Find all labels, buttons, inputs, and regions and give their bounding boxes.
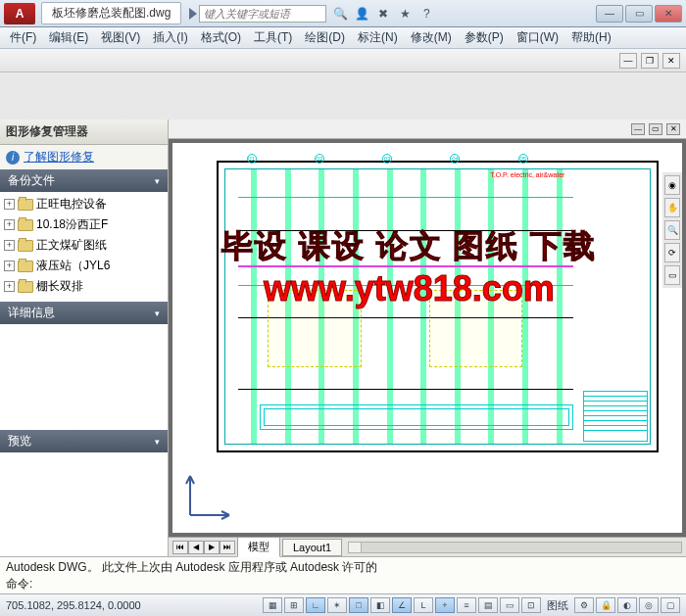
help-icon[interactable]: ? [418, 6, 434, 22]
clean-screen-button[interactable]: ▢ [661, 597, 680, 613]
title-block [583, 391, 648, 442]
osnap-toggle[interactable]: □ [349, 597, 368, 613]
backup-files-header[interactable]: 备份文件 ▾ [0, 169, 168, 192]
tab-next-button[interactable]: ▶ [204, 541, 220, 554]
otrack-toggle[interactable]: ∠ [392, 597, 412, 613]
polar-toggle[interactable]: ✶ [327, 597, 347, 613]
tab-scrollbar[interactable] [348, 542, 682, 553]
collapse-icon: ▾ [155, 437, 160, 447]
learn-recovery-link[interactable]: 了解图形修复 [24, 149, 94, 166]
expander-icon[interactable]: + [4, 199, 15, 210]
menu-window[interactable]: 窗口(W) [511, 27, 564, 48]
main-area: 图形修复管理器 i 了解图形修复 备份文件 ▾ +正旺电控设备 +10.18汾西… [0, 119, 686, 556]
expander-icon[interactable]: + [4, 261, 15, 271]
lwt-toggle[interactable]: ≡ [457, 597, 476, 613]
3dosnap-toggle[interactable]: ◧ [370, 597, 390, 613]
signin-icon[interactable]: 👤 [354, 6, 369, 22]
tab-prev-button[interactable]: ◀ [188, 541, 204, 554]
search-icon[interactable]: 🔍 [332, 6, 348, 22]
preview-body [0, 452, 168, 556]
doc-close-button[interactable]: ✕ [662, 53, 680, 69]
ribbon-spacer [0, 72, 686, 119]
isolate-button[interactable]: ◎ [639, 597, 659, 613]
menu-help[interactable]: 帮助(H) [565, 27, 617, 48]
menu-view[interactable]: 视图(V) [95, 27, 146, 48]
nav-wheel-button[interactable]: ◉ [664, 175, 680, 195]
menu-modify[interactable]: 修改(M) [405, 27, 458, 48]
menu-dimension[interactable]: 标注(N) [352, 27, 404, 48]
pan-button[interactable]: ✋ [664, 198, 680, 217]
tree-label: 正文煤矿图纸 [36, 237, 107, 254]
expander-icon[interactable]: + [4, 219, 15, 230]
tree-item[interactable]: +正文煤矿图纸 [0, 235, 168, 256]
info-icon: i [6, 151, 20, 165]
workspace-button[interactable]: ⚙ [574, 597, 594, 613]
menu-format[interactable]: 格式(O) [195, 27, 247, 48]
ortho-toggle[interactable]: ∟ [306, 597, 325, 613]
collapse-icon: ▾ [155, 176, 160, 186]
expander-icon[interactable]: + [4, 240, 15, 251]
snap-toggle[interactable]: ▦ [263, 597, 282, 613]
coordinates-readout[interactable]: 705.1082, 295.8124, 0.0000 [6, 599, 172, 611]
canvas-close-button[interactable]: ✕ [666, 123, 680, 135]
tree-label: 10.18汾西正F [36, 216, 108, 233]
tab-first-button[interactable]: ⏮ [172, 541, 188, 554]
favorite-icon[interactable]: ★ [397, 6, 413, 22]
dyn-toggle[interactable]: + [435, 597, 455, 613]
search-input[interactable] [199, 5, 326, 23]
menu-insert[interactable]: 插入(I) [147, 27, 193, 48]
zoom-button[interactable]: 🔍 [664, 220, 680, 240]
grid-toggle[interactable]: ⊞ [284, 597, 304, 613]
menu-draw[interactable]: 绘图(D) [299, 27, 351, 48]
maximize-button[interactable]: ▭ [625, 5, 653, 23]
model-paper-toggle[interactable]: 图纸 [543, 598, 572, 613]
lock-ui-button[interactable]: 🔒 [596, 597, 615, 613]
backup-files-label: 备份文件 [8, 172, 55, 189]
tree-label: 棚长双排 [36, 278, 83, 295]
panel-title: 图形修复管理器 [0, 119, 168, 145]
app-logo-icon[interactable]: A [4, 3, 35, 24]
close-button[interactable]: ✕ [655, 5, 682, 23]
expander-icon[interactable]: + [4, 281, 15, 292]
drawing-viewport[interactable]: 0102 0304 05 T.O.P. electric, air&wate [172, 143, 682, 533]
drawing-border: 0102 0304 05 T.O.P. electric, air&wate [217, 161, 659, 452]
minimize-button[interactable]: — [596, 5, 623, 23]
document-tab[interactable]: 板坯修磨总装配图.dwg [41, 2, 181, 24]
hardware-accel-button[interactable]: ◐ [617, 597, 637, 613]
tree-item[interactable]: +正旺电控设备 [0, 194, 168, 214]
folder-icon [18, 261, 33, 272]
tree-label: 正旺电控设备 [36, 196, 107, 213]
qp-toggle[interactable]: ▭ [500, 597, 519, 613]
canvas-min-button[interactable]: — [631, 123, 645, 135]
command-line[interactable]: Autodesk DWG。 此文件上次由 Autodesk 应用程序或 Auto… [0, 556, 686, 593]
doc-window-controls: — ❐ ✕ [0, 49, 686, 72]
sc-toggle[interactable]: ⊡ [521, 597, 541, 613]
menu-file[interactable]: 件(F) [4, 27, 42, 48]
details-label: 详细信息 [8, 305, 55, 321]
doc-minimize-button[interactable]: — [619, 53, 637, 69]
elevation-strip [260, 404, 573, 430]
search-arrow-icon [189, 8, 197, 20]
ucs-icon [180, 466, 239, 525]
tpy-toggle[interactable]: ▤ [478, 597, 498, 613]
tab-last-button[interactable]: ⏭ [220, 541, 235, 554]
tree-item[interactable]: +棚长双排 [0, 276, 168, 297]
tree-item[interactable]: +10.18汾西正F [0, 214, 168, 235]
menu-parametric[interactable]: 参数(P) [459, 27, 510, 48]
menu-tools[interactable]: 工具(T) [248, 27, 298, 48]
details-header[interactable]: 详细信息 ▾ [0, 302, 168, 324]
tab-layout1[interactable]: Layout1 [282, 539, 342, 556]
tree-item[interactable]: +液压站（JYL6 [0, 256, 168, 276]
canvas-window-controls: — ▭ ✕ [169, 119, 686, 139]
canvas-max-button[interactable]: ▭ [649, 123, 662, 135]
tab-model[interactable]: 模型 [237, 537, 280, 557]
preview-header[interactable]: 预览 ▾ [0, 430, 168, 452]
exchange-icon[interactable]: ✖ [375, 6, 391, 22]
menu-edit[interactable]: 编辑(E) [43, 27, 94, 48]
doc-restore-button[interactable]: ❐ [641, 53, 659, 69]
orbit-button[interactable]: ⟳ [664, 243, 680, 262]
showmotion-button[interactable]: ▭ [664, 265, 680, 285]
tree-label: 液压站（JYL6 [36, 258, 110, 274]
layout-tabs: ⏮ ◀ ▶ ⏭ 模型 Layout1 [169, 537, 686, 556]
ducs-toggle[interactable]: L [414, 597, 433, 613]
